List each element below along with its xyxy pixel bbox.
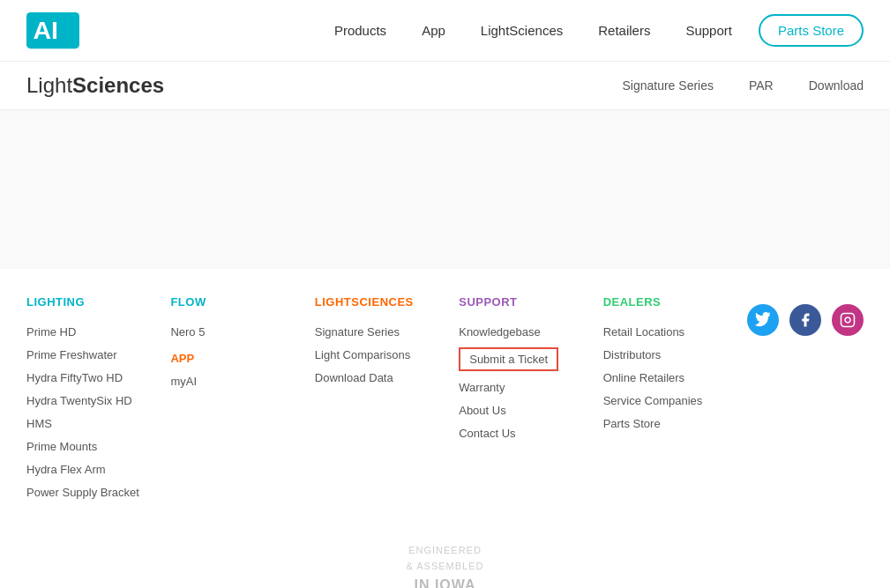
- ls-light-comparisons[interactable]: Light Comparisons: [315, 348, 410, 361]
- main-nav: Products App LightSciences Retailers Sup…: [334, 23, 732, 38]
- footer-support-col: SUPPORT Knowledgebase Submit a Ticket Wa…: [459, 295, 602, 508]
- svg-rect-2: [841, 314, 855, 327]
- lighting-prime-hd[interactable]: Prime HD: [26, 325, 76, 339]
- list-item: Prime Freshwater: [26, 347, 170, 361]
- lighting-hydra-fiftytwo[interactable]: Hydra FiftyTwo HD: [26, 371, 123, 384]
- dealers-online-retailers[interactable]: Online Retailers: [603, 371, 685, 384]
- engineered-line3: IN IOWA: [26, 574, 864, 588]
- footer-lighting-col: LIGHTING Prime HD Prime Freshwater Hydra…: [26, 295, 170, 508]
- list-item: Hydra TwentySix HD: [26, 393, 170, 407]
- lighting-prime-freshwater[interactable]: Prime Freshwater: [26, 348, 117, 361]
- support-warranty[interactable]: Warranty: [459, 381, 505, 394]
- dealers-distributors[interactable]: Distributors: [603, 348, 662, 361]
- list-item: myAI: [170, 374, 314, 388]
- footer-app-label: APP: [170, 352, 314, 365]
- support-knowledgebase[interactable]: Knowledgebase: [459, 325, 541, 339]
- flow-nero5[interactable]: Nero 5: [170, 325, 205, 339]
- list-item: Warranty: [459, 380, 602, 394]
- sub-nav-par[interactable]: PAR: [749, 78, 774, 93]
- title-light: Light: [26, 73, 72, 97]
- nav-products[interactable]: Products: [334, 23, 386, 38]
- engineered-badge: ENGINEERED & ASSEMBLED IN IOWA: [26, 525, 864, 588]
- support-about-us[interactable]: About Us: [459, 404, 505, 417]
- footer-dealers-col: DEALERS Retail Locations Distributors On…: [603, 295, 747, 508]
- footer-columns: LIGHTING Prime HD Prime Freshwater Hydra…: [26, 295, 864, 508]
- footer-support-list: Knowledgebase Submit a Ticket Warranty A…: [459, 324, 602, 440]
- dealers-retail-locations[interactable]: Retail Locations: [603, 325, 685, 339]
- list-item: Knowledgebase: [459, 324, 602, 339]
- footer-dealers-title: DEALERS: [603, 295, 747, 309]
- sub-nav-download[interactable]: Download: [809, 78, 864, 93]
- list-item: Power Supply Bracket: [26, 485, 170, 499]
- list-item: Prime Mounts: [26, 439, 170, 453]
- title-bold: Sciences: [72, 73, 164, 97]
- ls-signature-series[interactable]: Signature Series: [315, 325, 400, 339]
- engineered-line1: ENGINEERED: [26, 543, 864, 559]
- list-item: Retail Locations: [603, 324, 747, 339]
- footer-lightsciences-title: LIGHTSCIENCES: [315, 295, 459, 309]
- lighting-hydra-twentysix[interactable]: Hydra TwentySix HD: [26, 394, 132, 407]
- main-header: AI Products App LightSciences Retailers …: [0, 0, 890, 62]
- list-item: Parts Store: [603, 416, 747, 430]
- footer-flow-title: FLOW: [170, 295, 314, 309]
- footer-lightsciences-col: LIGHTSCIENCES Signature Series Light Com…: [315, 295, 459, 508]
- lighting-power-supply[interactable]: Power Supply Bracket: [26, 486, 139, 499]
- svg-text:AI: AI: [34, 16, 59, 44]
- list-item: Online Retailers: [603, 370, 747, 384]
- list-item: Hydra FiftyTwo HD: [26, 370, 170, 384]
- footer-flow-list: Nero 5: [170, 324, 314, 339]
- sub-nav: Signature Series PAR Download: [622, 78, 864, 93]
- twitter-icon[interactable]: [747, 304, 779, 336]
- dealers-parts-store[interactable]: Parts Store: [603, 417, 661, 430]
- footer-dealers-list: Retail Locations Distributors Online Ret…: [603, 324, 747, 430]
- lighting-hydra-flex-arm[interactable]: Hydra Flex Arm: [26, 463, 106, 476]
- list-item: Contact Us: [459, 426, 602, 440]
- app-myai[interactable]: myAI: [170, 375, 197, 388]
- facebook-icon[interactable]: [789, 304, 821, 336]
- logo[interactable]: AI: [26, 11, 79, 50]
- footer-flow-col: FLOW Nero 5 APP myAI: [170, 295, 314, 508]
- lighting-hms[interactable]: HMS: [26, 417, 52, 430]
- footer-social-col: [747, 295, 864, 508]
- list-item: Nero 5: [170, 324, 314, 339]
- list-item: About Us: [459, 403, 602, 417]
- list-item: Prime HD: [26, 324, 170, 339]
- sub-header: LightSciences Signature Series PAR Downl…: [0, 62, 890, 110]
- footer-lighting-list: Prime HD Prime Freshwater Hydra FiftyTwo…: [26, 324, 170, 499]
- list-item: Submit a Ticket: [459, 347, 602, 371]
- footer: LIGHTING Prime HD Prime Freshwater Hydra…: [0, 269, 890, 588]
- content-area: [0, 110, 890, 269]
- lighting-prime-mounts[interactable]: Prime Mounts: [26, 440, 97, 453]
- nav-app[interactable]: App: [422, 23, 445, 38]
- list-item: Download Data: [315, 370, 459, 384]
- list-item: Light Comparisons: [315, 347, 459, 361]
- dealers-service-companies[interactable]: Service Companies: [603, 394, 703, 407]
- nav-lightsciences[interactable]: LightSciences: [481, 23, 563, 38]
- nav-retailers[interactable]: Retailers: [598, 23, 650, 38]
- support-contact-us[interactable]: Contact Us: [459, 427, 515, 440]
- nav-support[interactable]: Support: [685, 23, 732, 38]
- list-item: Hydra Flex Arm: [26, 462, 170, 476]
- support-submit-ticket[interactable]: Submit a Ticket: [459, 347, 558, 371]
- engineered-line2: & ASSEMBLED: [26, 559, 864, 575]
- list-item: HMS: [26, 416, 170, 430]
- instagram-icon[interactable]: [832, 304, 864, 336]
- section-title: LightSciences: [26, 73, 164, 98]
- list-item: Signature Series: [315, 324, 459, 339]
- list-item: Distributors: [603, 347, 747, 361]
- sub-nav-signature-series[interactable]: Signature Series: [622, 78, 714, 93]
- parts-store-button[interactable]: Parts Store: [759, 14, 864, 47]
- footer-app-list: myAI: [170, 374, 314, 388]
- list-item: Service Companies: [603, 393, 747, 407]
- footer-lightsciences-list: Signature Series Light Comparisons Downl…: [315, 324, 459, 384]
- footer-support-title: SUPPORT: [459, 295, 602, 309]
- social-icons: [747, 304, 864, 336]
- ls-download-data[interactable]: Download Data: [315, 371, 393, 384]
- footer-lighting-title: LIGHTING: [26, 295, 170, 309]
